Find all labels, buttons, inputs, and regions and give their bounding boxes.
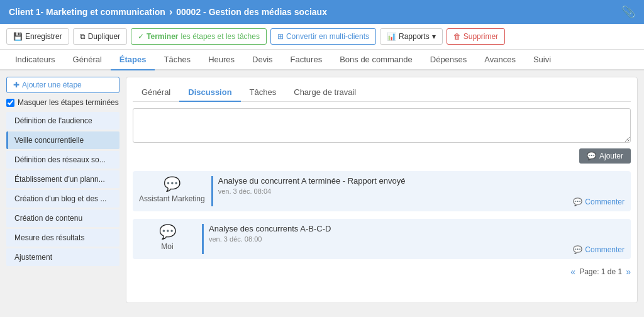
page-label: Page: 1 de 1 <box>579 267 622 276</box>
tab-factures[interactable]: Factures <box>282 50 331 70</box>
discussion-item-0: 💬 Assistant Marketing Analyse du concurr… <box>133 171 631 211</box>
masquer-checkbox-label[interactable]: Masquer les étapes terminées <box>6 98 119 107</box>
content-area: Général Discussion Tâches Charge de trav… <box>126 77 638 303</box>
etape-item-7[interactable]: Ajustement <box>6 248 119 266</box>
message-date-1: ven. 3 déc. 08:00 <box>209 235 625 243</box>
commenter-label-0: Commenter <box>585 197 625 206</box>
table-icon: ⊞ <box>277 32 284 41</box>
add-etape-button[interactable]: ✚ Ajouter une étape <box>6 77 119 93</box>
message-footer-1: 💬 Commenter <box>209 243 625 254</box>
dropdown-arrow: ▾ <box>432 32 436 41</box>
tab-avances[interactable]: Avances <box>475 50 525 70</box>
avatar-col-1: 💬 Moi <box>139 224 196 254</box>
masquer-checkbox[interactable] <box>6 99 14 107</box>
masquer-label-text: Masquer les étapes terminées <box>18 98 119 107</box>
terminer-label: Terminer <box>147 32 178 41</box>
message-col-0: Analyse du concurrent A terminée - Rappo… <box>211 176 625 206</box>
etape-item-6[interactable]: Mesure des résultats <box>6 229 119 247</box>
dupliquer-label: Dupliquer <box>88 32 120 41</box>
enregistrer-button[interactable]: 💾 Enregistrer <box>6 28 69 45</box>
message-col-1: Analyse des concurrents A-B-C-D ven. 3 d… <box>202 224 625 254</box>
tab-indicateurs[interactable]: Indicateurs <box>6 50 64 70</box>
supprimer-button[interactable]: 🗑 Supprimer <box>447 28 505 45</box>
etape-item-2[interactable]: Définition des réseaux so... <box>6 151 119 169</box>
message-date-0: ven. 3 déc. 08:04 <box>218 187 625 195</box>
tab-depenses[interactable]: Dépenses <box>421 50 476 70</box>
comment-icon: 💬 <box>587 152 596 160</box>
tab-general[interactable]: Général <box>64 50 111 70</box>
add-etape-label: Ajouter une étape <box>22 81 82 89</box>
project-name: 00002 - Gestion des médias sociaux <box>176 7 327 17</box>
message-footer-0: 💬 Commenter <box>218 195 625 206</box>
inner-tabs: Général Discussion Tâches Charge de trav… <box>133 84 631 102</box>
terminer-button[interactable]: ✓ Terminer les étapes et les tâches <box>131 28 267 45</box>
commenter-icon-1: 💬 <box>573 245 582 254</box>
ajouter-button[interactable]: 💬 Ajouter <box>579 148 631 164</box>
author-name-1: Moi <box>161 242 173 251</box>
rapports-label: Rapports <box>399 32 430 41</box>
breadcrumb-arrow: › <box>169 6 172 18</box>
copy-icon: ⧉ <box>80 32 86 41</box>
discussion-item-1: 💬 Moi Analyse des concurrents A-B-C-D ve… <box>133 219 631 259</box>
chart-icon: 📊 <box>387 32 396 41</box>
ajouter-row: 💬 Ajouter <box>133 148 631 164</box>
etape-item-1[interactable]: Veille concurrentielle <box>6 131 119 149</box>
next-page-button[interactable]: » <box>626 267 631 277</box>
avatar-col-0: 💬 Assistant Marketing <box>139 176 205 206</box>
convertir-button[interactable]: ⊞ Convertir en multi-clients <box>270 28 376 45</box>
main-nav-tabs: Indicateurs Général Étapes Tâches Heures… <box>0 50 644 70</box>
pagination: « Page: 1 de 1 » <box>133 267 631 277</box>
itab-general[interactable]: Général <box>133 84 179 102</box>
plus-icon: ✚ <box>13 81 19 89</box>
tab-devis[interactable]: Devis <box>243 50 282 70</box>
save-icon: 💾 <box>13 32 23 41</box>
check-icon: ✓ <box>138 32 144 41</box>
etape-item-3[interactable]: Établissement d'un plann... <box>6 170 119 188</box>
comment-textarea[interactable] <box>133 108 631 143</box>
tab-bons-de-commande[interactable]: Bons de commande <box>331 50 421 70</box>
toolbar: 💾 Enregistrer ⧉ Dupliquer ✓ Terminer les… <box>0 24 644 50</box>
convertir-label: Convertir en multi-clients <box>286 32 369 41</box>
dupliquer-button[interactable]: ⧉ Dupliquer <box>73 28 127 45</box>
supprimer-label: Supprimer <box>464 32 498 41</box>
main-layout: ✚ Ajouter une étape Masquer les étapes t… <box>0 70 644 309</box>
message-text-1: Analyse des concurrents A-B-C-D <box>209 224 625 233</box>
commenter-icon-0: 💬 <box>573 197 582 206</box>
tab-etapes[interactable]: Étapes <box>111 50 155 70</box>
enregistrer-label: Enregistrer <box>25 32 62 41</box>
rapports-button[interactable]: 📊 Rapports ▾ <box>380 28 443 45</box>
author-name-0: Assistant Marketing <box>139 194 205 203</box>
attachment-icon[interactable]: 📎 <box>621 5 635 19</box>
sidebar: ✚ Ajouter une étape Masquer les étapes t… <box>6 77 126 303</box>
tab-suivi[interactable]: Suivi <box>525 50 560 70</box>
breadcrumb: Client 1- Marketing et communication › 0… <box>9 6 327 18</box>
message-text-0: Analyse du concurrent A terminée - Rappo… <box>218 176 625 186</box>
etape-item-0[interactable]: Définition de l'audience <box>6 112 119 130</box>
avatar-icon-1: 💬 <box>159 224 176 240</box>
tab-taches[interactable]: Tâches <box>155 50 199 70</box>
avatar-icon-0: 💬 <box>164 176 180 192</box>
ajouter-label: Ajouter <box>599 152 623 160</box>
itab-discussion[interactable]: Discussion <box>179 84 240 102</box>
commenter-button-0[interactable]: 💬 Commenter <box>573 197 625 206</box>
etape-item-4[interactable]: Création d'un blog et des ... <box>6 190 119 208</box>
terminer-suffix: les étapes et les tâches <box>181 32 260 41</box>
commenter-button-1[interactable]: 💬 Commenter <box>573 245 625 254</box>
top-header: Client 1- Marketing et communication › 0… <box>0 0 644 24</box>
itab-taches[interactable]: Tâches <box>241 84 286 102</box>
etape-item-5[interactable]: Création de contenu <box>6 209 119 227</box>
tab-heures[interactable]: Heures <box>199 50 243 70</box>
prev-page-button[interactable]: « <box>570 267 575 277</box>
client-name: Client 1- Marketing et communication <box>9 7 165 17</box>
commenter-label-1: Commenter <box>585 245 625 254</box>
itab-charge-travail[interactable]: Charge de travail <box>285 84 365 102</box>
trash-icon: 🗑 <box>453 32 461 41</box>
